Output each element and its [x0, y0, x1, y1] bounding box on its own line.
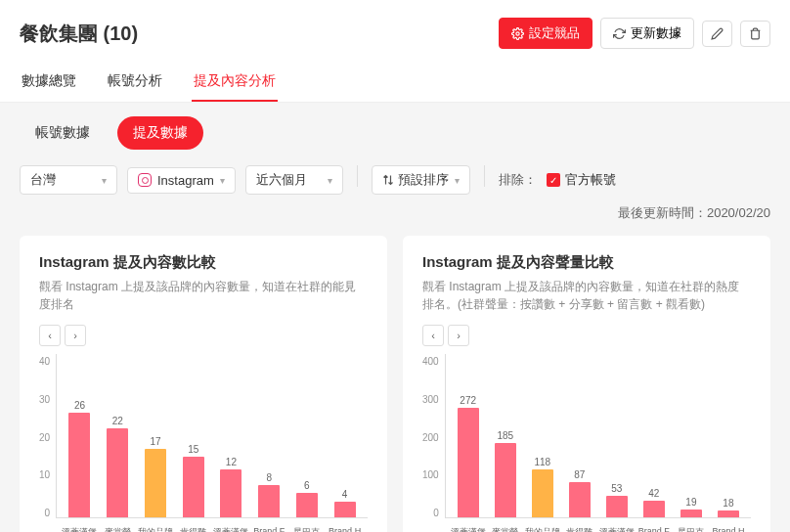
filter-bar: 台灣 ▾ Instagram ▾ 近六個月 ▾ 預設排序 ▾ 排除：	[20, 165, 770, 222]
bar-rect	[296, 493, 318, 517]
settings-button-label: 設定競品	[529, 24, 580, 42]
period-value: 近六個月	[256, 171, 307, 189]
bar-0[interactable]: 26	[61, 400, 98, 517]
card-title: Instagram 提及內容聲量比較	[422, 253, 751, 272]
y-tick: 40	[39, 356, 50, 367]
trash-icon	[749, 27, 762, 40]
x-label: 溫蒂漢堡	[61, 526, 98, 532]
y-tick: 0	[433, 508, 439, 518]
bar-value: 6	[304, 480, 310, 491]
x-label: Brand F	[250, 526, 287, 532]
y-tick: 30	[39, 394, 50, 405]
chevron-down-icon: ▾	[102, 175, 107, 186]
exclude-official-label: 官方帳號	[565, 171, 616, 189]
bar-value: 42	[648, 488, 659, 499]
pencil-icon	[711, 27, 724, 40]
chart-next-button[interactable]: ›	[65, 325, 86, 346]
edit-button[interactable]	[702, 21, 732, 47]
bar-1[interactable]: 22	[99, 416, 136, 517]
bar-6[interactable]: 19	[673, 497, 710, 517]
bar-3[interactable]: 87	[561, 469, 598, 517]
last-update-value: 2020/02/20	[707, 205, 770, 220]
plot-area: 2721851188753421918 溫蒂漢堡麥當勞我的品牌肯得雞溫蒂漢堡Br…	[445, 354, 751, 518]
header-actions: 設定競品 更新數據	[499, 18, 770, 49]
x-label: 肯得雞	[175, 526, 212, 532]
plot-area: 2622171512864 溫蒂漢堡麥當勞我的品牌肯得雞溫蒂漢堡Brand F星…	[56, 354, 368, 518]
bar-rect	[107, 428, 128, 517]
tab-2[interactable]: 提及內容分析	[192, 63, 278, 102]
period-select[interactable]: 近六個月 ▾	[245, 165, 343, 195]
last-update-label: 最後更新時間：	[618, 205, 707, 220]
card-desc: 觀看 Instagram 上提及該品牌的內容數量，知道在社群的熱度排名。(社群聲…	[422, 278, 751, 313]
bar-rect	[495, 443, 516, 517]
region-select[interactable]: 台灣 ▾	[20, 165, 117, 195]
x-label: 麥當勞	[99, 526, 136, 532]
x-label: Brand H	[327, 526, 364, 532]
last-update: 最後更新時間：2020/02/20	[618, 204, 770, 222]
chart-prev-button[interactable]: ‹	[39, 325, 61, 346]
delete-button[interactable]	[740, 21, 770, 47]
refresh-button-label: 更新數據	[631, 24, 681, 42]
bar-2[interactable]: 17	[137, 436, 174, 517]
bar-1[interactable]: 185	[487, 430, 524, 517]
divider	[357, 165, 358, 187]
settings-competitor-button[interactable]: 設定競品	[499, 18, 592, 49]
tab-1[interactable]: 帳號分析	[106, 63, 164, 102]
bar-value: 4	[342, 489, 348, 500]
bar-value: 118	[534, 457, 550, 467]
refresh-data-button[interactable]: 更新數據	[600, 18, 694, 49]
exclude-official-checkbox[interactable]: ✓ 官方帳號	[547, 171, 616, 189]
exclude-label: 排除：	[499, 171, 537, 189]
bar-7[interactable]: 18	[710, 498, 747, 517]
x-label: 星巴克	[288, 526, 326, 532]
y-axis: 4003002001000	[422, 354, 445, 532]
chart-next-button[interactable]: ›	[448, 325, 469, 346]
bar-rect	[606, 496, 628, 517]
y-tick: 300	[422, 394, 439, 405]
bar-value: 22	[112, 416, 123, 426]
bar-2[interactable]: 118	[524, 457, 561, 517]
bar-rect	[258, 485, 280, 517]
platform-value: Instagram	[157, 173, 214, 188]
bar-rect	[220, 469, 241, 518]
svg-point-0	[516, 31, 519, 34]
checkbox-checked-icon: ✓	[547, 173, 560, 187]
bar-value: 19	[685, 497, 696, 508]
y-tick: 10	[39, 469, 50, 480]
bar-rect	[643, 501, 665, 517]
bar-6[interactable]: 6	[288, 480, 326, 517]
sub-tab-0[interactable]: 帳號數據	[20, 116, 106, 150]
x-label: 溫蒂漢堡	[212, 526, 249, 532]
tab-0[interactable]: 數據總覽	[20, 63, 78, 102]
bar-0[interactable]: 272	[450, 395, 487, 517]
sub-tab-1[interactable]: 提及數據	[117, 116, 203, 150]
sort-icon	[382, 174, 394, 186]
x-label: 溫蒂漢堡	[450, 526, 487, 532]
chart-prev-button[interactable]: ‹	[422, 325, 444, 346]
x-label: 星巴克	[673, 526, 710, 532]
y-tick: 400	[422, 356, 439, 367]
y-tick: 200	[422, 432, 439, 443]
bar-5[interactable]: 42	[636, 488, 673, 517]
bar-value: 8	[266, 472, 272, 483]
bar-rect	[68, 413, 90, 517]
bar-4[interactable]: 12	[212, 457, 249, 518]
region-value: 台灣	[30, 171, 56, 189]
page-title: 餐飲集團 (10)	[20, 21, 138, 47]
bar-5[interactable]: 8	[250, 472, 287, 517]
bar-rect	[183, 457, 204, 517]
y-tick: 100	[422, 469, 439, 480]
sub-tabs: 帳號數據提及數據	[20, 116, 770, 150]
sort-value: 預設排序	[398, 171, 449, 189]
bar-3[interactable]: 15	[175, 444, 212, 517]
sort-select[interactable]: 預設排序 ▾	[372, 165, 470, 195]
bar-7[interactable]: 4	[327, 489, 364, 518]
chevron-down-icon: ▾	[220, 175, 225, 186]
bar-4[interactable]: 53	[598, 483, 636, 517]
bar-value: 12	[226, 457, 237, 467]
bar-rect	[718, 510, 739, 517]
bar-value: 53	[611, 483, 622, 494]
platform-select[interactable]: Instagram ▾	[127, 167, 236, 194]
bar-value: 17	[150, 436, 160, 447]
chart-card-1: Instagram 提及內容聲量比較 觀看 Instagram 上提及該品牌的內…	[403, 236, 770, 532]
